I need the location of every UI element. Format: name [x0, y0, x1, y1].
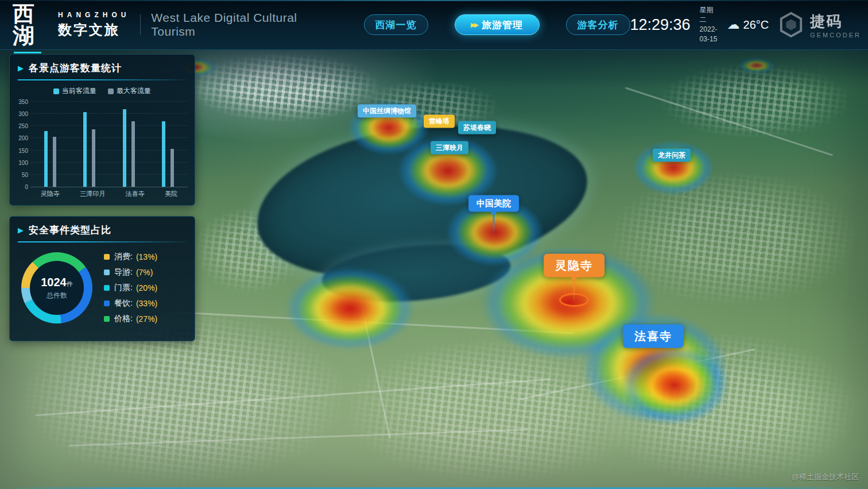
bar-groups [30, 102, 188, 187]
nav-button-旅游管理[interactable]: ▶▶旅游管理 [455, 14, 540, 35]
incident-legend-item: 餐饮:(33%) [104, 298, 189, 309]
visitor-stats-panel: ▶ 各景点游客数量统计 当前客流量最大客流量 05010015020025030… [9, 54, 195, 206]
incident-legend-item: 消费:(13%) [104, 252, 189, 262]
title-underline [18, 79, 187, 80]
x-tick-label: 美院 [165, 190, 177, 198]
incident-legend-item: 导游:(7%) [104, 267, 189, 278]
clock: 12:29:36 [630, 16, 691, 34]
brand-cn-text: 捷码 [810, 11, 842, 32]
donut-total-value: 1024件 [41, 276, 73, 289]
header-english-subtitle: West Lake Digital Cultural Tourism [151, 11, 331, 38]
gemcoder-brand: 捷码 GEMCODER [778, 11, 861, 38]
nav-button-西湖一览[interactable]: 西湖一览 [364, 14, 428, 35]
visitor-panel-title: ▶ 各景点游客数量统计 [10, 55, 195, 79]
legend-percent: (13%) [136, 252, 157, 261]
legend-swatch [104, 316, 110, 322]
bar-group-三潭印月 [83, 102, 95, 187]
header-divider [140, 14, 141, 35]
app-logo: 西湖 HANGZHOU 数字文旅 [0, 3, 130, 47]
title-arrow-icon: ▶ [18, 64, 24, 72]
weather-widget: ☁ 26°C [727, 17, 769, 32]
visitor-panel-title-text: 各景点游客数量统计 [29, 61, 122, 75]
legend-percent: (27%) [136, 314, 157, 324]
map-label-三潭映月[interactable]: 三潭映月 [431, 141, 468, 155]
gemcoder-logo-icon [778, 11, 804, 38]
incident-panel-title: ▶ 安全事件类型占比 [10, 217, 195, 241]
bar-xaxis: 灵隐寺三潭印月法喜寺美院 [30, 190, 188, 198]
legend-label: 消费: [114, 252, 133, 262]
bar-group-美院 [162, 102, 174, 187]
legend-percent: (7%) [136, 268, 153, 277]
date-block: 星期二 2022-03-15 [700, 5, 718, 44]
logo-digital-tourism-text: 数字文旅 [58, 21, 130, 39]
legend-label: 导游: [114, 267, 133, 278]
bar-最大客流量-灵隐寺 [53, 137, 56, 187]
bar-最大客流量-美院 [170, 149, 174, 187]
legend-swatch [108, 88, 114, 94]
bar-group-法喜寺 [123, 102, 135, 187]
brand-en-text: GEMCODER [810, 32, 861, 38]
legend-swatch [53, 88, 59, 94]
date-text: 2022-03-15 [700, 25, 718, 44]
bar-yaxis: 050100150200250300350 [13, 102, 30, 187]
x-tick-label: 灵隐寺 [41, 190, 60, 198]
nav-button-label: 旅游管理 [482, 18, 523, 32]
y-tick-label: 300 [18, 111, 28, 117]
watermark-text: @稀土掘金技术社区 [792, 472, 859, 482]
y-tick-label: 100 [18, 159, 28, 165]
incident-donut-chart: 1024件 总件数 [21, 252, 92, 324]
nav-button-游客分析[interactable]: 游客分析 [566, 14, 630, 35]
poi-ground-ring [559, 293, 589, 307]
legend-swatch [104, 254, 110, 260]
top-header: 西湖 HANGZHOU 数字文旅 West Lake Digital Cultu… [0, 0, 868, 50]
incident-legend-item: 价格:(27%) [104, 314, 189, 324]
bar-最大客流量-三潭印月 [92, 129, 95, 187]
donut-section: 1024件 总件数 消费:(13%)导游:(7%)门票:(20%)餐饮:(33%… [10, 242, 195, 324]
map-label-苏堤春晓[interactable]: 苏堤春晓 [458, 121, 496, 134]
legend-percent: (33%) [136, 299, 157, 308]
logo-cn-text: 西湖 [13, 3, 50, 47]
nav: 西湖一览▶▶旅游管理游客分析 [364, 14, 630, 35]
map-label-灵隐寺[interactable]: 灵隐寺 [544, 254, 604, 278]
bar-group-灵隐寺 [44, 102, 56, 187]
title-arrow-icon: ▶ [18, 226, 24, 234]
incident-legend-item: 门票:(20%) [104, 283, 189, 293]
double-arrow-icon: ▶▶ [471, 21, 477, 29]
logo-hangzhou-text: HANGZHOU [58, 11, 130, 19]
bar-plot [30, 102, 188, 187]
y-tick-label: 200 [18, 135, 28, 141]
donut-total-unit: 件 [67, 280, 73, 287]
legend-swatch [104, 269, 110, 275]
donut-total-number: 1024 [41, 276, 67, 288]
map-label-雷峰塔[interactable]: 雷峰塔 [424, 115, 455, 128]
map-label-法喜寺[interactable]: 法喜寺 [623, 325, 684, 348]
temperature-text: 26°C [743, 18, 769, 32]
legend-item: 最大客流量 [108, 86, 151, 96]
donut-legend: 消费:(13%)导游:(7%)门票:(20%)餐饮:(33%)价格:(27%) [104, 252, 189, 324]
legend-swatch [104, 301, 110, 306]
header-right-cluster: 12:29:36 星期二 2022-03-15 ☁ 26°C 捷码 GEMCOD… [630, 5, 868, 44]
map-label-中国丝绸博物馆[interactable]: 中国丝绸博物馆 [358, 105, 416, 118]
brand-text-block: 捷码 GEMCODER [810, 11, 861, 38]
bar-当前客流量-灵隐寺 [44, 131, 48, 187]
bar-chart: 050100150200250300350 [10, 101, 195, 187]
incident-panel-title-text: 安全事件类型占比 [29, 224, 111, 237]
y-tick-label: 250 [18, 123, 28, 129]
pin-stem [493, 215, 495, 236]
x-tick-label: 法喜寺 [126, 190, 145, 198]
bar-legend: 当前客流量最大客流量 [10, 86, 195, 96]
map-label-龙井问茶[interactable]: 龙井问茶 [653, 149, 691, 162]
logo-subtitle-block: HANGZHOU 数字文旅 [58, 11, 130, 39]
legend-label: 价格: [114, 314, 133, 324]
bar-最大客流量-法喜寺 [131, 121, 135, 187]
cloud-icon: ☁ [727, 17, 740, 32]
legend-label: 餐饮: [114, 298, 133, 309]
bar-当前客流量-美院 [162, 121, 165, 187]
incident-type-panel: ▶ 安全事件类型占比 1024件 总件数 消费:(13%)导游:(7%)门票:(… [9, 216, 195, 341]
y-tick-label: 150 [18, 147, 28, 153]
legend-swatch [104, 285, 110, 291]
map-label-中国美院[interactable]: 中国美院 [468, 195, 519, 212]
bar-当前客流量-法喜寺 [123, 109, 126, 187]
x-tick-label: 三潭印月 [80, 190, 105, 198]
donut-center: 1024件 总件数 [21, 252, 92, 324]
